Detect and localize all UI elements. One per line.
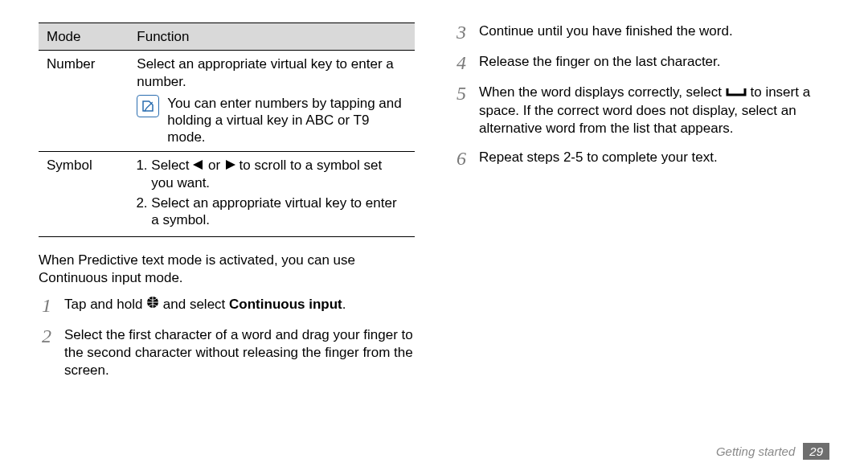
footer-section: Getting started	[716, 444, 795, 458]
note-text: You can enter numbers by tapping and hol…	[167, 95, 407, 146]
step-number: 3	[453, 23, 469, 42]
table-row: Symbol Select or	[39, 151, 415, 237]
cell-mode-symbol: Symbol	[47, 158, 92, 173]
page-footer: Getting started 29	[716, 443, 829, 460]
cell-function-number: Select an appropriate virtual key to ent…	[137, 55, 407, 90]
step-1: 1 Tap and hold and select Continuous inp…	[39, 296, 415, 315]
step-text: Select the first character of a word and…	[64, 326, 415, 379]
table-row: Number Select an appropriate virtual key…	[39, 51, 415, 151]
cell-mode-number: Number	[47, 56, 95, 72]
step-number: 6	[453, 149, 469, 168]
right-arrow-icon	[224, 157, 235, 174]
intro-paragraph: When Predictive text mode is activated, …	[39, 252, 415, 287]
space-key-icon	[726, 84, 747, 101]
left-steps: 1 Tap and hold and select Continuous inp…	[39, 296, 415, 379]
columns: Mode Function Number Select an appropria…	[39, 23, 829, 391]
svg-marker-0	[193, 160, 203, 170]
note-block: You can enter numbers by tapping and hol…	[137, 95, 407, 146]
th-function: Function	[137, 29, 189, 44]
step-text: Tap and hold and select Continuous input…	[64, 296, 415, 315]
list-item: Select or to scroll to a symbol set you …	[151, 157, 407, 191]
manual-page: Mode Function Number Select an appropria…	[0, 0, 868, 471]
note-icon	[137, 95, 159, 117]
right-column: 3 Continue until you have finished the w…	[453, 23, 829, 391]
step-3: 3 Continue until you have finished the w…	[453, 23, 829, 42]
list-item: Select an appropriate virtual key to ent…	[151, 195, 407, 229]
step-number: 5	[453, 84, 469, 137]
footer-page-number: 29	[803, 443, 829, 460]
right-steps: 3 Continue until you have finished the w…	[453, 23, 829, 168]
step-number: 2	[39, 326, 55, 379]
step-text: Release the finger on the last character…	[479, 53, 829, 72]
step-number: 4	[453, 53, 469, 72]
step-text: When the word displays correctly, select…	[479, 84, 829, 137]
left-column: Mode Function Number Select an appropria…	[39, 23, 415, 391]
step-text: Repeat steps 2-5 to complete your text.	[479, 149, 829, 168]
globe-icon	[146, 296, 159, 313]
step-number: 1	[39, 296, 55, 315]
left-arrow-icon	[193, 157, 204, 174]
mode-function-table: Mode Function Number Select an appropria…	[39, 23, 415, 237]
symbol-steps: Select or to scroll to a symbol set you …	[137, 157, 407, 229]
step-5: 5 When the word displays correctly, sele…	[453, 84, 829, 137]
step-6: 6 Repeat steps 2-5 to complete your text…	[453, 149, 829, 168]
step-text: Continue until you have finished the wor…	[479, 23, 829, 42]
step-4: 4 Release the finger on the last charact…	[453, 53, 829, 72]
th-mode: Mode	[47, 29, 81, 44]
step-2: 2 Select the first character of a word a…	[39, 326, 415, 379]
svg-marker-1	[226, 160, 235, 170]
